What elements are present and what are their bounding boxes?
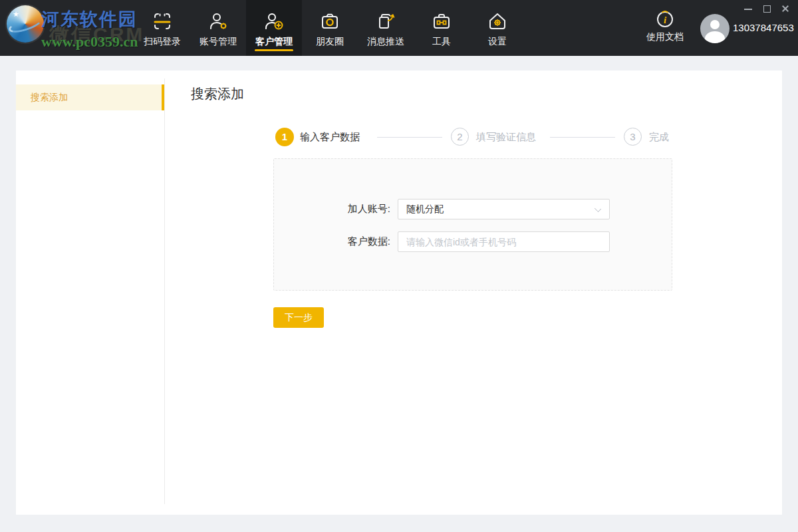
tab-label: 设置: [488, 36, 507, 48]
sidebar-item-search-add[interactable]: 搜索添加: [16, 84, 164, 110]
step-3-circle: 3: [624, 128, 642, 146]
tab-label: 扫码登录: [144, 36, 181, 48]
avatar-body: [705, 31, 725, 43]
tab-scan-login[interactable]: 扫码登录: [134, 0, 190, 56]
account-select[interactable]: 随机分配: [398, 199, 610, 219]
add-customer-form: 加人账号: 随机分配 客户数据:: [273, 158, 672, 291]
sidebar-divider: [164, 78, 165, 504]
avatar-head: [710, 20, 720, 29]
info-doc-icon: i: [655, 9, 675, 29]
customer-field-label: 客户数据:: [274, 235, 398, 248]
account-phone-number: 13037847653: [733, 22, 794, 33]
tab-account-manage[interactable]: 账号管理: [190, 0, 246, 56]
step-2-circle: 2: [451, 128, 469, 146]
step-1-label: 输入客户数据: [300, 131, 360, 144]
logo-star-icon: ★: [13, 10, 19, 19]
tab-moments[interactable]: 朋友圈: [302, 0, 358, 56]
step-connector: [377, 137, 442, 138]
maximize-icon[interactable]: [762, 4, 771, 13]
tab-settings[interactable]: 设置: [469, 0, 525, 56]
watermark-site-url: www.pc0359.cn: [41, 33, 138, 51]
settings-home-icon: [486, 10, 509, 33]
step-2-label: 填写验证信息: [476, 131, 536, 144]
account-field-label: 加人账号:: [274, 203, 398, 215]
svg-text:i: i: [664, 15, 667, 25]
tab-customer-manage[interactable]: 客户管理: [246, 0, 302, 56]
scan-login-icon: [151, 10, 174, 33]
account-select-value: 随机分配: [406, 203, 444, 214]
tab-message-push[interactable]: 消息推送: [358, 0, 414, 56]
sidebar-item-label: 搜索添加: [31, 92, 68, 102]
usage-docs-label: 使用文档: [646, 31, 684, 43]
main-nav: 扫码登录 账号管理: [134, 0, 525, 56]
step-3-label: 完成: [649, 131, 669, 144]
step-1-circle: 1: [275, 128, 294, 146]
account-field-row: 加人账号: 随机分配: [274, 199, 672, 219]
user-avatar[interactable]: [700, 14, 730, 43]
customer-data-input[interactable]: [398, 231, 610, 252]
toolbox-icon: [430, 10, 453, 33]
minimize-icon[interactable]: [743, 4, 753, 13]
tab-label: 工具: [432, 36, 451, 48]
top-bar: ★ 微信CRM 河东软件园 www.pc0359.cn 扫码登录: [0, 0, 798, 56]
tab-tools[interactable]: 工具: [414, 0, 469, 56]
tab-label: 客户管理: [255, 36, 293, 48]
step-connector: [550, 137, 615, 138]
account-manage-icon: [207, 10, 229, 33]
moments-camera-icon: [319, 10, 341, 33]
watermark-site-name: 河东软件园: [41, 7, 138, 31]
message-push-icon: [374, 10, 397, 33]
customer-manage-icon: [263, 10, 285, 33]
page-title: 搜索添加: [191, 85, 244, 103]
active-tab-underline: [255, 49, 293, 51]
customer-field-row: 客户数据:: [274, 231, 672, 252]
chevron-down-icon: [595, 205, 601, 212]
watermark-app-name: 微信CRM: [49, 21, 144, 49]
tab-label: 朋友圈: [316, 36, 344, 48]
usage-docs-button[interactable]: i 使用文档: [643, 9, 687, 43]
next-step-button[interactable]: 下一步: [273, 307, 324, 328]
tab-label: 账号管理: [200, 36, 237, 48]
tab-label: 消息推送: [367, 36, 404, 48]
main-card: 搜索添加 搜索添加 1 输入客户数据 2 填写验证信息 3 完成 加人账号: 随…: [16, 70, 782, 515]
window-controls: [743, 4, 790, 13]
close-icon[interactable]: [781, 4, 790, 13]
app-logo: ★: [7, 5, 44, 43]
